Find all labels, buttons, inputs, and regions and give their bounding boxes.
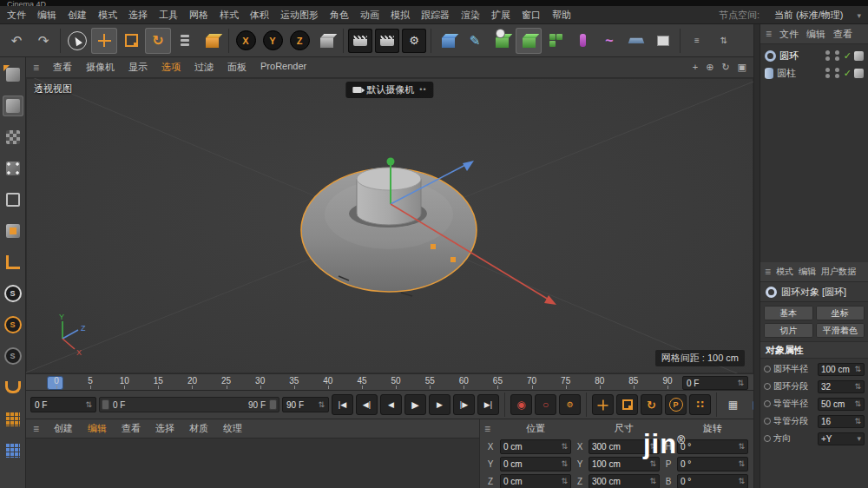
viewport-menu-item[interactable]: 显示 <box>128 61 148 74</box>
spinner-icon[interactable]: ⇅ <box>561 460 568 468</box>
viewport-menu-item[interactable]: 摄像机 <box>86 61 115 74</box>
record-keyframe-button[interactable]: ◉ <box>510 394 532 415</box>
undo-button[interactable]: ↶ <box>3 28 30 54</box>
live-selection-button[interactable] <box>64 28 90 54</box>
prev-key-button[interactable]: ◀| <box>356 394 378 415</box>
lock-x-axis-button[interactable]: X <box>233 28 259 54</box>
lock-y-axis-button[interactable]: Y <box>260 28 286 54</box>
spinner-icon[interactable]: ⇅ <box>561 478 568 485</box>
ruler-track[interactable]: 051015202530354045505560657075808590 <box>50 374 674 390</box>
rotation-field[interactable]: 0 °⇅ <box>677 439 748 454</box>
position-field[interactable]: 0 cm⇅ <box>500 457 571 472</box>
render-visibility-toggle[interactable] <box>834 49 841 62</box>
menu-item[interactable]: 工具 <box>159 9 178 22</box>
animation-dot-icon[interactable] <box>764 400 771 407</box>
object-menu-item[interactable]: 查看 <box>833 28 852 41</box>
editor-visibility-toggle[interactable] <box>825 49 832 62</box>
points-mode-button[interactable] <box>3 158 23 179</box>
preview-range-slider[interactable]: 0 F 90 F <box>99 397 279 412</box>
object-menu-item[interactable]: 文件 <box>779 28 799 41</box>
hamburger-icon[interactable]: ≡ <box>33 63 39 73</box>
render-view-button[interactable] <box>348 29 372 53</box>
field-control-icon[interactable]: ⇅ <box>854 366 861 373</box>
menu-item[interactable]: 扩展 <box>491 9 510 22</box>
attribute-value-field[interactable]: 50 cm ⇅ <box>818 398 865 411</box>
last-tool-button[interactable] <box>172 28 198 54</box>
phong-tag-icon[interactable] <box>854 51 864 61</box>
range-start-grip[interactable] <box>102 399 109 410</box>
spinner-icon[interactable]: ⇅ <box>318 401 325 409</box>
scene-layers-button[interactable] <box>650 28 676 54</box>
enable-check-icon[interactable]: ✓ <box>844 51 852 61</box>
next-key-button[interactable]: |▶ <box>453 394 475 415</box>
animation-dot-icon[interactable] <box>764 418 771 425</box>
zoom-view-icon[interactable]: ⊕ <box>706 63 713 72</box>
solo-single-button[interactable]: S <box>3 314 23 335</box>
key-scale-toggle[interactable] <box>616 394 638 415</box>
menu-item[interactable]: 文件 <box>7 9 26 22</box>
menu-item[interactable]: 窗口 <box>522 9 541 22</box>
spinner-icon[interactable]: ⇅ <box>561 443 568 451</box>
field-control-icon[interactable]: ⇅ <box>854 400 861 408</box>
attribute-tab[interactable]: 平滑着色 <box>816 323 865 338</box>
attribute-menu-item[interactable]: 用户数据 <box>821 266 856 278</box>
phong-tag-icon[interactable] <box>854 69 864 78</box>
key-parameter-toggle[interactable]: P <box>665 394 687 415</box>
redo-button[interactable]: ↷ <box>30 28 56 54</box>
attribute-tab[interactable]: 坐标 <box>816 306 865 320</box>
menu-item[interactable]: 创建 <box>68 9 87 22</box>
frame-spinner[interactable]: 0 F ⇅ <box>682 376 748 390</box>
keyframe-selection-button[interactable]: ⚙ <box>559 394 581 415</box>
menu-item[interactable]: 运动图形 <box>280 9 319 22</box>
spinner-icon[interactable]: ⇅ <box>649 478 656 485</box>
object-menu-item[interactable]: 编辑 <box>806 28 825 41</box>
menu-item[interactable]: 角色 <box>330 9 349 22</box>
lock-z-axis-button[interactable]: Z <box>286 28 312 54</box>
pan-view-icon[interactable]: + <box>693 63 698 72</box>
parameter-handle[interactable] <box>450 257 456 262</box>
key-pla-toggle[interactable]: ∷ <box>689 394 711 415</box>
viewport-menu-item[interactable]: 选项 <box>161 61 181 74</box>
menu-item[interactable]: 渲染 <box>461 9 480 22</box>
toolbar-more-button[interactable]: ⇅ <box>711 28 737 54</box>
toolbar-options-button[interactable]: ≡ <box>684 28 710 54</box>
end-frame-field[interactable]: 90 F ⇅ <box>282 397 329 412</box>
timeline-ruler[interactable]: 051015202530354045505560657075808590 0 F… <box>26 373 753 391</box>
material-menu-item[interactable]: 创建 <box>54 422 73 435</box>
next-frame-button[interactable]: ▶ <box>429 394 450 415</box>
object-name[interactable]: 圆柱 <box>777 67 796 80</box>
rotation-field[interactable]: 0 °⇅ <box>677 474 748 488</box>
spinner-icon[interactable]: ⇅ <box>649 460 656 468</box>
menu-item[interactable]: 模拟 <box>391 9 410 22</box>
enable-check-icon[interactable]: ✓ <box>844 69 852 78</box>
attribute-tab[interactable]: 基本 <box>764 306 813 320</box>
make-editable-button[interactable] <box>3 64 23 85</box>
menu-item[interactable]: 样式 <box>220 9 239 22</box>
menu-item[interactable]: 跟踪器 <box>421 9 450 22</box>
key-position-toggle[interactable] <box>592 394 614 415</box>
position-field[interactable]: 0 cm⇅ <box>500 439 571 454</box>
attribute-value-field[interactable]: 32 ⇅ <box>818 380 865 393</box>
node-space-dropdown[interactable]: 当前 (标准/物理) <box>774 9 843 22</box>
axis-mode-button[interactable] <box>3 252 23 273</box>
render-picture-viewer-button[interactable] <box>375 29 399 53</box>
menu-item[interactable]: 编辑 <box>37 9 56 22</box>
attribute-value-field[interactable]: +Y ▾ <box>818 432 865 445</box>
attribute-value-field[interactable]: 16 ⇅ <box>818 415 865 428</box>
editor-visibility-toggle[interactable] <box>825 67 832 79</box>
object-row[interactable]: 圆柱 ✓ <box>760 64 868 82</box>
deformer-button[interactable] <box>569 28 595 54</box>
lock-workplane-button[interactable] <box>3 439 23 460</box>
menu-item[interactable]: 体积 <box>250 9 269 22</box>
animation-dot-icon[interactable] <box>764 383 771 390</box>
hamburger-icon[interactable]: ≡ <box>484 424 496 434</box>
material-menu-item[interactable]: 选择 <box>155 422 174 435</box>
current-frame-field[interactable]: 0 F ⇅ <box>30 397 96 412</box>
menu-item[interactable]: 选择 <box>128 9 148 22</box>
hamburger-icon[interactable]: ≡ <box>765 267 771 277</box>
render-visibility-toggle[interactable] <box>834 67 841 79</box>
viewport-canvas[interactable]: 透视视图 默认摄像机 •• <box>26 78 753 373</box>
viewport-menu-item[interactable]: 查看 <box>53 61 72 74</box>
enable-snap-button[interactable] <box>3 377 23 398</box>
spline-pen-button[interactable]: ✎ <box>462 28 488 54</box>
